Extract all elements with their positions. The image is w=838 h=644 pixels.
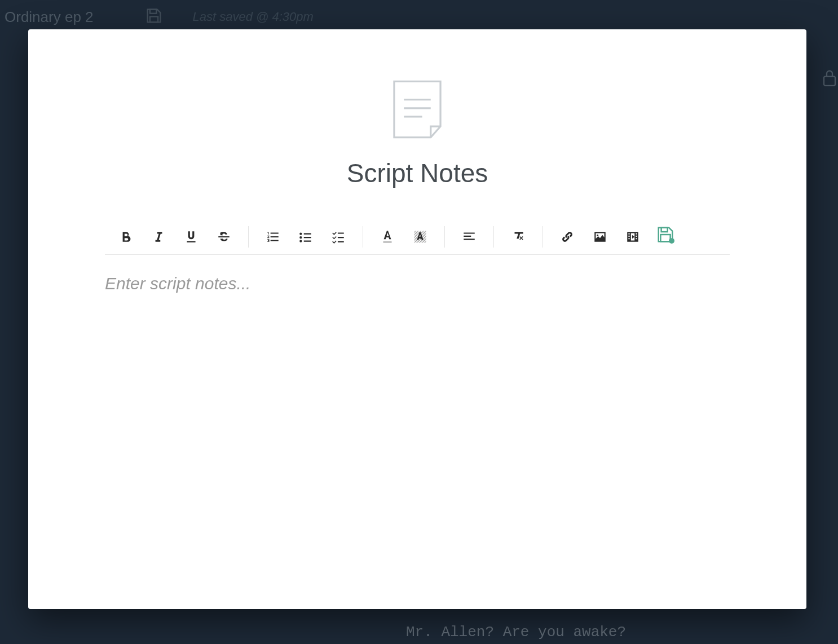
document-icon [387, 79, 448, 140]
check-list-button[interactable] [322, 223, 355, 250]
clear-format-button[interactable] [502, 223, 535, 250]
align-button[interactable] [453, 223, 486, 250]
toolbar-divider [248, 226, 249, 248]
toolbar-divider [444, 226, 445, 248]
ordered-list-icon [265, 230, 281, 244]
italic-button[interactable] [142, 223, 175, 250]
toolbar-group-lists [252, 219, 359, 254]
underline-icon [184, 230, 199, 244]
bold-button[interactable] [109, 223, 142, 250]
film-icon [625, 230, 641, 244]
editor-toolbar [105, 219, 730, 255]
svg-rect-9 [660, 235, 670, 241]
check-list-icon [330, 230, 346, 244]
text-color-icon [380, 229, 395, 245]
strikethrough-button[interactable] [208, 223, 240, 250]
bullet-list-icon [298, 230, 314, 244]
svg-rect-8 [661, 227, 668, 231]
toolbar-group-insert [546, 219, 686, 254]
toolbar-divider [493, 226, 494, 248]
modal-header: Script Notes [28, 29, 806, 188]
link-icon [559, 230, 575, 244]
strikethrough-icon [216, 230, 232, 244]
highlight-icon [412, 229, 428, 245]
svg-point-10 [669, 238, 674, 244]
video-button[interactable] [616, 223, 649, 250]
underline-button[interactable] [175, 223, 208, 250]
bold-icon [118, 230, 133, 244]
toolbar-divider [363, 226, 363, 248]
bullet-list-button[interactable] [289, 223, 322, 250]
image-button[interactable] [584, 223, 616, 250]
save-icon [656, 226, 674, 244]
toolbar-group-align [448, 219, 490, 254]
clear-format-icon [510, 230, 526, 244]
svg-rect-6 [383, 241, 391, 242]
ordered-list-button[interactable] [257, 223, 289, 250]
link-button[interactable] [551, 223, 584, 250]
image-icon [592, 230, 608, 244]
toolbar-group-color [367, 219, 441, 254]
background-color-button[interactable] [404, 223, 436, 250]
toolbar-divider [543, 226, 543, 248]
script-notes-editor[interactable]: Enter script notes... [105, 274, 730, 500]
script-notes-modal: Script Notes [28, 29, 806, 609]
toolbar-group-clear [497, 219, 539, 254]
save-button[interactable] [649, 221, 682, 248]
editor-area: Enter script notes... [105, 255, 730, 609]
align-left-icon [461, 230, 477, 244]
text-color-button[interactable] [371, 223, 404, 250]
toolbar-group-text-style [105, 219, 245, 254]
italic-icon [151, 230, 166, 244]
modal-title: Script Notes [347, 158, 488, 188]
